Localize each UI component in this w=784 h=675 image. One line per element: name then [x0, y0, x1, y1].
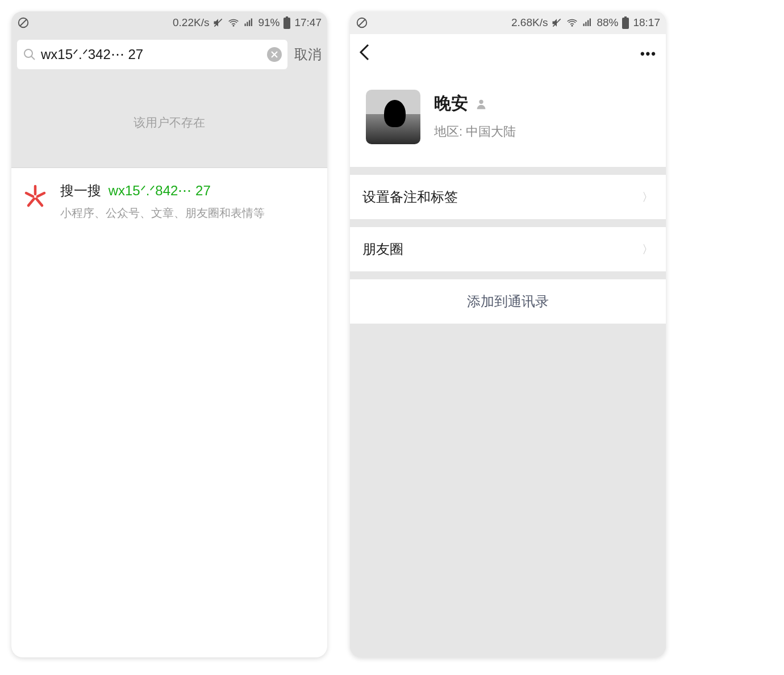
svg-line-10: [31, 56, 35, 60]
svg-rect-6: [251, 19, 252, 27]
close-icon: [270, 51, 278, 58]
chevron-right-icon: 〉: [642, 190, 653, 205]
svg-rect-25: [624, 16, 627, 18]
nav-bar: •••: [350, 34, 666, 74]
profile-name: 晚安: [434, 92, 468, 115]
signal-icon: [243, 18, 255, 28]
no-disturb-icon: [356, 16, 368, 29]
avatar[interactable]: [366, 90, 420, 144]
person-icon: [475, 98, 487, 110]
svg-rect-5: [249, 20, 250, 27]
phone-right: 2.68K/s 88% 18:17 ••• 晚安 地区:: [350, 11, 666, 657]
search-row: wx15ᐟ.ᐟ342⋯ 27 取消: [11, 34, 327, 77]
svg-rect-23: [587, 20, 589, 27]
search-input-box[interactable]: wx15ᐟ.ᐟ342⋯ 27: [17, 40, 287, 69]
result-subtitle: 小程序、公众号、文章、朋友圈和表情等: [60, 206, 317, 221]
search-query-text: wx15ᐟ.ᐟ342⋯ 27: [41, 47, 262, 62]
moments-label: 朋友圈: [362, 240, 403, 258]
search-icon: [23, 48, 36, 61]
svg-rect-7: [286, 16, 288, 18]
chevron-right-icon: 〉: [642, 242, 653, 257]
svg-rect-3: [245, 24, 246, 27]
status-bar: 2.68K/s 88% 18:17: [350, 11, 666, 34]
svg-rect-8: [283, 18, 290, 29]
result-keyword: wx15ᐟ.ᐟ842⋯ 27: [109, 183, 211, 198]
moments-cell[interactable]: 朋友圈 〉: [350, 227, 666, 271]
svg-line-15: [37, 193, 44, 196]
region-label: 地区:: [434, 124, 462, 139]
svg-line-16: [28, 199, 34, 206]
battery-percent: 88%: [597, 16, 618, 29]
svg-point-27: [479, 99, 483, 103]
battery-icon: [622, 16, 629, 29]
clock-time: 17:47: [294, 16, 322, 29]
battery-icon: [283, 16, 291, 29]
remark-tags-cell[interactable]: 设置备注和标签 〉: [350, 175, 666, 219]
svg-point-9: [24, 49, 32, 57]
svg-line-1: [20, 20, 27, 26]
network-speed: 2.68K/s: [511, 16, 548, 29]
remark-tags-label: 设置备注和标签: [362, 188, 458, 206]
souyisou-icon: [22, 182, 49, 221]
result-panel: 搜一搜 wx15ᐟ.ᐟ842⋯ 27 小程序、公众号、文章、朋友圈和表情等: [11, 168, 327, 657]
mute-icon: [212, 17, 224, 28]
more-button[interactable]: •••: [640, 47, 657, 61]
add-to-contacts-button[interactable]: 添加到通讯录: [350, 279, 666, 324]
region-line: 地区: 中国大陆: [434, 123, 516, 140]
cancel-button[interactable]: 取消: [294, 45, 322, 64]
svg-rect-21: [583, 24, 585, 27]
svg-rect-26: [622, 18, 629, 29]
result-title-label: 搜一搜: [60, 183, 101, 198]
search-suggestion-item[interactable]: 搜一搜 wx15ᐟ.ᐟ842⋯ 27 小程序、公众号、文章、朋友圈和表情等: [11, 168, 327, 233]
clock-time: 18:17: [633, 16, 660, 29]
signal-icon: [582, 18, 593, 28]
wifi-icon: [227, 18, 240, 28]
phone-left: 0.22K/s 91% 17:47 wx15ᐟ.ᐟ342⋯ 27 取消 该用户不…: [11, 11, 327, 657]
svg-line-17: [36, 199, 42, 206]
battery-percent: 91%: [258, 16, 280, 29]
status-bar: 0.22K/s 91% 17:47: [11, 11, 327, 34]
back-button[interactable]: [359, 44, 369, 65]
no-disturb-icon: [17, 16, 30, 29]
clear-input-button[interactable]: [267, 47, 282, 62]
svg-line-14: [26, 193, 33, 196]
region-value: 中国大陆: [466, 124, 516, 139]
result-title: 搜一搜 wx15ᐟ.ᐟ842⋯ 27: [60, 182, 317, 200]
svg-rect-24: [590, 19, 591, 27]
not-found-message: 该用户不存在: [11, 77, 327, 168]
profile-card: 晚安 地区: 中国大陆: [350, 74, 666, 167]
svg-rect-4: [247, 22, 248, 27]
svg-line-19: [359, 20, 365, 26]
svg-rect-22: [586, 22, 587, 27]
wifi-icon: [566, 18, 578, 28]
add-to-contacts-label: 添加到通讯录: [467, 292, 549, 311]
mute-icon: [551, 17, 562, 28]
network-speed: 0.22K/s: [173, 16, 209, 29]
